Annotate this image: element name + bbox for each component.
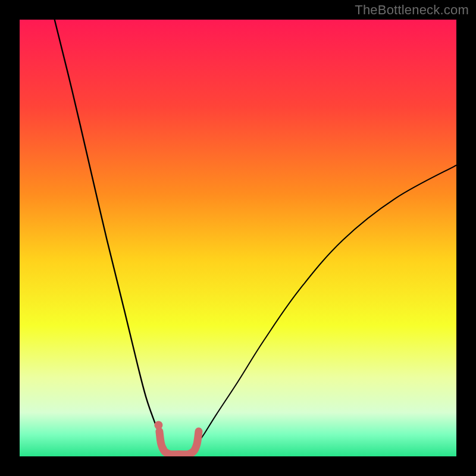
valley-dot	[154, 421, 162, 430]
chart-svg	[0, 0, 476, 476]
chart-frame: TheBottleneck.com	[0, 0, 476, 476]
plot-background	[20, 20, 456, 456]
watermark-label: TheBottleneck.com	[355, 2, 469, 18]
